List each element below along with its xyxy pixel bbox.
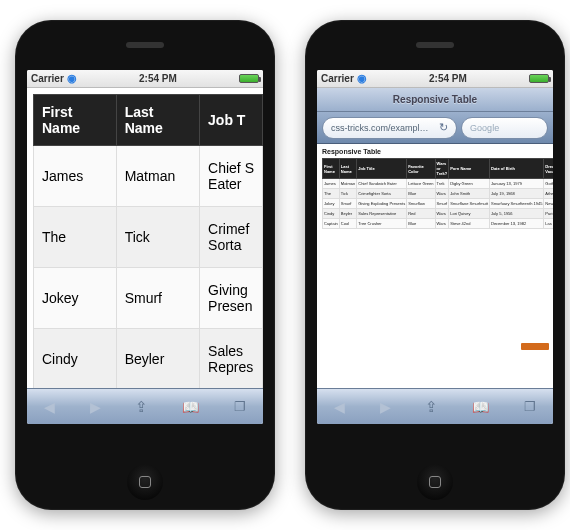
table-cell: SalesRepres (200, 329, 263, 389)
tabs-button[interactable]: ❐ (524, 399, 536, 414)
table-cell: Wars (435, 189, 449, 199)
back-button[interactable]: ◀ (334, 399, 345, 415)
table-header: Porn Name (449, 159, 490, 179)
table-cell: Blue (407, 219, 435, 229)
data-table-zoomed: First NameLast NameJob T JamesMatmanChie… (33, 94, 263, 388)
screen-left: Carrier ◉ 2:54 PM First NameLast NameJob… (27, 70, 263, 424)
css-tricks-badge (521, 343, 549, 350)
back-button[interactable]: ◀ (44, 399, 55, 415)
table-cell: Cindy (323, 209, 340, 219)
table-cell: December 13, 1982 (490, 219, 544, 229)
table-cell: July 19, 1968 (490, 189, 544, 199)
table-cell: James (323, 179, 340, 189)
table-cell: Jokey (323, 199, 340, 209)
table-row: JokeySmurfGivingPresen (34, 268, 263, 329)
table-cell: Sales Representative (357, 209, 407, 219)
table-cell: Wars (435, 219, 449, 229)
battery-icon (529, 74, 549, 83)
table-cell: Trek (435, 179, 449, 189)
table-row: TheTickCrimefighter SortaBlueWarsJohn Sm… (323, 189, 554, 199)
bookmarks-button[interactable]: 📖 (182, 399, 199, 415)
carrier-label: Carrier (321, 73, 354, 84)
table-cell: July 5, 1956 (490, 209, 544, 219)
table-cell: Tick (339, 189, 356, 199)
safari-titlebar: Responsive Table (317, 88, 553, 112)
bookmarks-button[interactable]: 📖 (472, 399, 489, 415)
table-cell: Paris (544, 209, 553, 219)
battery-icon (239, 74, 259, 83)
table-row: JamesMatmanChief SEater (34, 146, 263, 207)
table-row: JokeySmurfGiving Exploding PresentsSmurf… (323, 199, 554, 209)
table-cell: Red (407, 209, 435, 219)
table-cell: Smurf (339, 199, 356, 209)
table-header: Dream Vacation City (544, 159, 553, 179)
page-heading: Responsive Table (322, 148, 548, 155)
wifi-icon: ◉ (357, 72, 367, 85)
table-cell: Chief Sandwich Eater (357, 179, 407, 189)
table-cell: Smurf (116, 268, 199, 329)
table-header: First Name (323, 159, 340, 179)
table-cell: Tree Crusher (357, 219, 407, 229)
table-row: CaptainCoolTree CrusherBlueWarsSteve 42n… (323, 219, 554, 229)
safari-urlbar: css-tricks.com/exampl… ↻ Google (317, 112, 553, 144)
tabs-button[interactable]: ❐ (234, 399, 246, 414)
table-cell: Crimefighter Sorta (357, 189, 407, 199)
reload-icon[interactable]: ↻ (439, 121, 448, 134)
share-button[interactable]: ⇪ (425, 398, 438, 416)
earpiece (416, 42, 454, 48)
table-row: JamesMatmanChief Sandwich EaterLettuce G… (323, 179, 554, 189)
table-cell: Lori Quivey (449, 209, 490, 219)
url-text: css-tricks.com/exampl… (331, 123, 429, 133)
table-cell: Digby Green (449, 179, 490, 189)
table-cell: Matman (339, 179, 356, 189)
forward-button[interactable]: ▶ (90, 399, 101, 415)
table-cell: Lettuce Green (407, 179, 435, 189)
table-cell: Jokey (34, 268, 117, 329)
table-header: Date of Birth (490, 159, 544, 179)
page-title: Responsive Table (393, 94, 477, 105)
table-cell: Wars (435, 209, 449, 219)
table-cell: Smurfuary Smurfteenth 1945 (490, 199, 544, 209)
home-button[interactable] (417, 464, 453, 500)
table-cell: Chief SEater (200, 146, 263, 207)
status-bar: Carrier ◉ 2:54 PM (27, 70, 263, 88)
table-cell: Gotham City (544, 179, 553, 189)
table-cell: Giving Exploding Presents (357, 199, 407, 209)
search-field[interactable]: Google (461, 117, 548, 139)
status-bar: Carrier ◉ 2:54 PM (317, 70, 553, 88)
table-header: Favorite Color (407, 159, 435, 179)
share-button[interactable]: ⇪ (135, 398, 148, 416)
table-cell: Cool (339, 219, 356, 229)
table-cell: Cindy (34, 329, 117, 389)
webview-content-right[interactable]: Responsive Table First NameLast NameJob … (317, 144, 553, 388)
table-cell: Smurflow (407, 199, 435, 209)
table-header: Last Name (339, 159, 356, 179)
iphone-device-left: Carrier ◉ 2:54 PM First NameLast NameJob… (15, 20, 275, 510)
iphone-device-right: Carrier ◉ 2:54 PM Responsive Table css-t… (305, 20, 565, 510)
table-cell: January 13, 1979 (490, 179, 544, 189)
table-row: CindyBeylerSales RepresentativeRedWarsLo… (323, 209, 554, 219)
table-cell: New Smurf City (544, 199, 553, 209)
table-cell: GivingPresen (200, 268, 263, 329)
table-cell: John Smith (449, 189, 490, 199)
table-header: Job T (200, 95, 263, 146)
screen-right: Carrier ◉ 2:54 PM Responsive Table css-t… (317, 70, 553, 424)
forward-button[interactable]: ▶ (380, 399, 391, 415)
table-cell: Matman (116, 146, 199, 207)
wifi-icon: ◉ (67, 72, 77, 85)
table-cell: Smurflane Smurfmutt (449, 199, 490, 209)
table-cell: The (323, 189, 340, 199)
url-field[interactable]: css-tricks.com/exampl… ↻ (322, 117, 457, 139)
clock-label: 2:54 PM (139, 73, 177, 84)
table-header: Last Name (116, 95, 199, 146)
safari-toolbar: ◀ ▶ ⇪ 📖 ❐ (317, 388, 553, 424)
home-button[interactable] (127, 464, 163, 500)
table-cell: Beyler (339, 209, 356, 219)
webview-content-left[interactable]: First NameLast NameJob T JamesMatmanChie… (27, 88, 263, 388)
table-cell: Captain (323, 219, 340, 229)
earpiece (126, 42, 164, 48)
table-cell: Smurf (435, 199, 449, 209)
table-cell: James (34, 146, 117, 207)
table-row: TheTickCrimefSorta (34, 207, 263, 268)
table-header: First Name (34, 95, 117, 146)
